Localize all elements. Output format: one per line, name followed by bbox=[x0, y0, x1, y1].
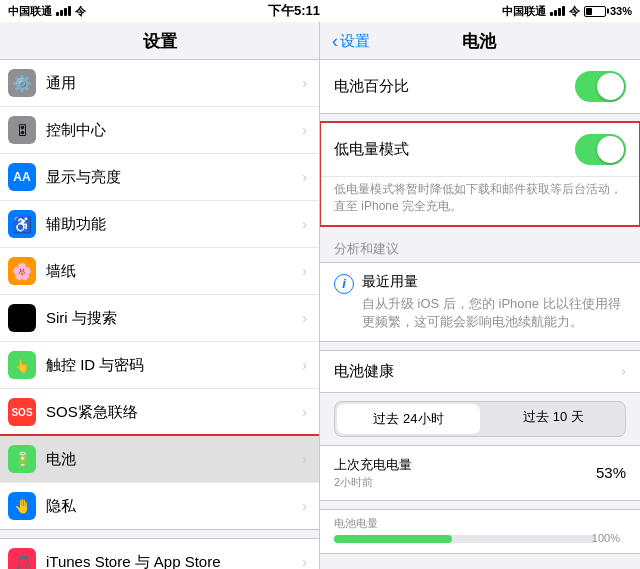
general-label: 通用 bbox=[46, 74, 302, 93]
general-icon: ⚙️ bbox=[8, 69, 36, 97]
battery-icon bbox=[584, 6, 606, 17]
settings-group-store: 🎵 iTunes Store 与 App Store › 💳 钱包与 Apple… bbox=[0, 538, 319, 569]
back-chevron-icon: ‹ bbox=[332, 31, 338, 52]
touch-id-icon: 👆 bbox=[8, 351, 36, 379]
battery-usage-label: 电池电量 bbox=[334, 516, 626, 531]
battery-health-row[interactable]: 电池健康 › bbox=[320, 351, 640, 392]
battery-bar-wrapper: 100% bbox=[334, 535, 596, 543]
main-content: 设置 ⚙️ 通用 › 🎛 控制中心 › AA 显示与亮度 › bbox=[0, 22, 640, 569]
sidebar-item-privacy[interactable]: 🤚 隐私 › bbox=[0, 483, 319, 529]
toggle-knob bbox=[597, 136, 624, 163]
last-charge-section: 上次充电电量 2小时前 53% bbox=[320, 445, 640, 501]
chevron-icon: › bbox=[302, 498, 307, 514]
battery-fill bbox=[586, 8, 592, 15]
sidebar-item-sos[interactable]: SOS SOS紧急联络 › bbox=[0, 389, 319, 436]
battery-pct: 33% bbox=[610, 5, 632, 17]
right-content: 电池百分比 低电量模式 低电量模式将暂时降低如下载和邮件获取等后台活动，直至 i… bbox=[320, 59, 640, 569]
low-power-section: 低电量模式 低电量模式将暂时降低如下载和邮件获取等后台活动，直至 iPhone … bbox=[320, 122, 640, 226]
status-right: 中国联通 令 33% bbox=[502, 4, 632, 19]
chevron-icon: › bbox=[302, 310, 307, 326]
recent-usage-section: i 最近用量 自从升级 iOS 后，您的 iPhone 比以往使用得更频繁，这可… bbox=[320, 262, 640, 342]
toggle-knob bbox=[597, 73, 624, 100]
chevron-icon: › bbox=[302, 263, 307, 279]
privacy-label: 隐私 bbox=[46, 497, 302, 516]
sos-label: SOS紧急联络 bbox=[46, 403, 302, 422]
analysis-section-header: 分析和建议 bbox=[320, 234, 640, 262]
right-panel: ‹ 设置 电池 电池百分比 低电量模式 bbox=[320, 22, 640, 569]
battery-icon-item: 🔋 bbox=[8, 445, 36, 473]
wallpaper-icon: 🌸 bbox=[8, 257, 36, 285]
info-icon: i bbox=[334, 274, 354, 294]
battery-bar-end-label: 100% bbox=[592, 532, 620, 544]
chevron-icon: › bbox=[302, 122, 307, 138]
sidebar-item-wallpaper[interactable]: 🌸 墙纸 › bbox=[0, 248, 319, 295]
sidebar-item-general[interactable]: ⚙️ 通用 › bbox=[0, 60, 319, 107]
sidebar-item-battery[interactable]: 🔋 电池 › bbox=[0, 436, 319, 483]
siri-label: Siri 与搜索 bbox=[46, 309, 302, 328]
tab-10d[interactable]: 过去 10 天 bbox=[482, 402, 625, 436]
battery-bar-fill bbox=[334, 535, 452, 543]
itunes-label: iTunes Store 与 App Store bbox=[46, 553, 302, 570]
carrier-left: 中国联通 bbox=[8, 4, 52, 19]
wallpaper-label: 墙纸 bbox=[46, 262, 302, 281]
status-left: 中国联通 令 bbox=[8, 4, 86, 19]
chevron-icon: › bbox=[302, 169, 307, 185]
touch-id-label: 触控 ID 与密码 bbox=[46, 356, 302, 375]
battery-percent-label: 电池百分比 bbox=[334, 77, 575, 96]
chevron-icon: › bbox=[302, 554, 307, 569]
accessibility-icon: ♿ bbox=[8, 210, 36, 238]
back-label: 设置 bbox=[340, 32, 370, 51]
battery-bar-section: 电池电量 100% bbox=[320, 509, 640, 554]
display-label: 显示与亮度 bbox=[46, 168, 302, 187]
accessibility-label: 辅助功能 bbox=[46, 215, 302, 234]
control-center-label: 控制中心 bbox=[46, 121, 302, 140]
wifi-icon-right: 令 bbox=[569, 4, 580, 19]
low-power-description: 低电量模式将暂时降低如下载和邮件获取等后台活动，直至 iPhone 完全充电。 bbox=[320, 177, 640, 225]
battery-bar-track bbox=[334, 535, 596, 543]
chevron-icon: › bbox=[302, 216, 307, 232]
last-charge-info: 上次充电电量 2小时前 bbox=[334, 456, 412, 490]
battery-health-section: 电池健康 › bbox=[320, 350, 640, 393]
status-bar: 中国联通 令 下午5:11 中国联通 令 33% bbox=[0, 0, 640, 22]
low-power-row: 低电量模式 bbox=[320, 123, 640, 177]
back-button[interactable]: ‹ 设置 bbox=[332, 31, 370, 52]
sidebar-item-accessibility[interactable]: ♿ 辅助功能 › bbox=[0, 201, 319, 248]
battery-percent-row: 电池百分比 bbox=[320, 60, 640, 113]
sidebar-item-touch-id[interactable]: 👆 触控 ID 与密码 › bbox=[0, 342, 319, 389]
sidebar-item-siri[interactable]: 🎙 Siri 与搜索 › bbox=[0, 295, 319, 342]
settings-group-main: ⚙️ 通用 › 🎛 控制中心 › AA 显示与亮度 › ♿ 辅助功能 bbox=[0, 59, 319, 530]
right-header: ‹ 设置 电池 bbox=[320, 22, 640, 59]
privacy-icon: 🤚 bbox=[8, 492, 36, 520]
chevron-icon: › bbox=[302, 404, 307, 420]
settings-list: ⚙️ 通用 › 🎛 控制中心 › AA 显示与亮度 › ♿ 辅助功能 bbox=[0, 59, 319, 569]
wifi-icon: 令 bbox=[75, 4, 86, 19]
last-charge-time: 2小时前 bbox=[334, 475, 412, 490]
status-time: 下午5:11 bbox=[268, 2, 320, 20]
carrier-right: 中国联通 bbox=[502, 4, 546, 19]
battery-percent-section: 电池百分比 bbox=[320, 59, 640, 114]
chevron-icon: › bbox=[302, 451, 307, 467]
siri-icon: 🎙 bbox=[8, 304, 36, 332]
low-power-toggle[interactable] bbox=[575, 134, 626, 165]
sidebar-item-itunes[interactable]: 🎵 iTunes Store 与 App Store › bbox=[0, 539, 319, 569]
battery-health-label: 电池健康 bbox=[334, 362, 621, 381]
time-tabs: 过去 24小时 过去 10 天 bbox=[334, 401, 626, 437]
right-panel-title: 电池 bbox=[370, 30, 588, 53]
sos-icon: SOS bbox=[8, 398, 36, 426]
recent-usage-label: 最近用量 bbox=[362, 273, 626, 291]
low-power-label: 低电量模式 bbox=[334, 140, 575, 159]
tab-24h[interactable]: 过去 24小时 bbox=[337, 404, 480, 434]
chevron-icon: › bbox=[302, 75, 307, 91]
recent-usage-text: 自从升级 iOS 后，您的 iPhone 比以往使用得更频繁，这可能会影响电池续… bbox=[362, 295, 626, 331]
last-charge-row: 上次充电电量 2小时前 53% bbox=[334, 456, 626, 490]
battery-percent-toggle[interactable] bbox=[575, 71, 626, 102]
control-center-icon: 🎛 bbox=[8, 116, 36, 144]
settings-title: 设置 bbox=[0, 22, 319, 59]
battery-label: 电池 bbox=[46, 450, 302, 469]
sidebar-item-control-center[interactable]: 🎛 控制中心 › bbox=[0, 107, 319, 154]
signal-bars-left bbox=[56, 6, 71, 16]
display-icon: AA bbox=[8, 163, 36, 191]
battery-health-chevron: › bbox=[621, 363, 626, 379]
sidebar-item-display[interactable]: AA 显示与亮度 › bbox=[0, 154, 319, 201]
last-charge-pct: 53% bbox=[596, 464, 626, 481]
